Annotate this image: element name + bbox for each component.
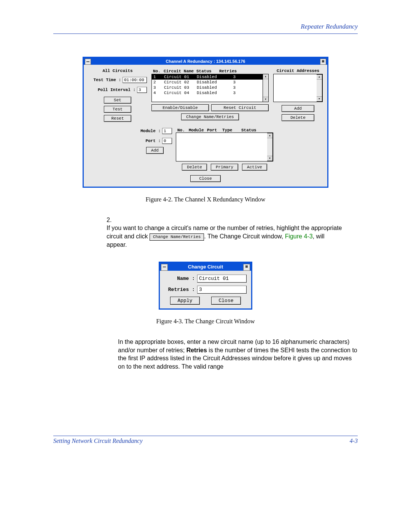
list-item[interactable]: 4 Circuit 04 Disabled 3 — [152, 90, 263, 96]
name-input[interactable]: Circuit 01 — [197, 275, 247, 283]
circuit-addresses-list[interactable]: ▴ ▾ — [273, 74, 323, 102]
delete-address-button[interactable]: Delete — [282, 114, 314, 121]
step-number: 2. — [107, 216, 118, 224]
figure-caption: Figure 4-2. The Channel X Redundancy Win… — [53, 196, 358, 203]
list-item[interactable]: 2 Circuit 02 Disabled 3 — [152, 80, 263, 85]
module-label: Module : — [138, 129, 161, 133]
change-circuit-window: Change Circuit Name : Circuit 01 Retries… — [159, 262, 252, 310]
sysmenu-icon[interactable] — [161, 264, 168, 271]
scroll-down-icon[interactable]: ▾ — [317, 96, 322, 101]
scroll-up-icon[interactable]: ▴ — [317, 75, 322, 80]
retries-label: Retries : — [164, 287, 195, 292]
retries-input[interactable]: 3 — [197, 286, 247, 294]
delete-port-button[interactable]: Delete — [182, 164, 207, 171]
header-rule — [53, 34, 358, 34]
scrollbar[interactable]: ▴ ▾ — [317, 74, 322, 102]
reset-circuit-button[interactable]: Reset Circuit — [211, 104, 269, 111]
footer-page-number: 4-3 — [350, 438, 358, 444]
scrollbar[interactable]: ▴ ▾ — [267, 133, 273, 161]
col-name: Circuit Name — [164, 69, 196, 73]
figure-caption: Figure 4-3. The Change Circuit Window — [53, 318, 358, 325]
add-port-button[interactable]: Add — [146, 147, 164, 154]
close-button[interactable]: Close — [211, 297, 241, 305]
inline-change-button: Change Name/Retries — [150, 233, 204, 241]
col-retries: Retries — [219, 69, 237, 73]
step-text: If you want to change a circuit's name o… — [107, 224, 345, 249]
circuit-list-header: No. Circuit Name Status Retries — [151, 69, 269, 74]
col-no: No. — [153, 69, 164, 73]
window-title: Channel A Redundancy : 134.141.56.176 — [166, 59, 245, 64]
col-status: Status — [196, 69, 219, 73]
port-list-header: No. Module Port Type Status — [176, 128, 273, 133]
scroll-up-icon[interactable]: ▴ — [267, 133, 272, 138]
sysmenu-icon[interactable] — [85, 59, 91, 65]
list-item[interactable]: 3 Circuit 03 Disabled 3 — [152, 85, 263, 90]
window-titlebar: Channel A Redundancy : 134.141.56.176 — [84, 58, 327, 65]
active-button[interactable]: Active — [242, 164, 267, 171]
scrollbar[interactable]: ▴ ▾ — [263, 74, 269, 102]
port-list[interactable]: ▴ ▾ — [176, 133, 273, 161]
module-input[interactable]: 1 — [162, 128, 172, 134]
scroll-up-icon[interactable]: ▴ — [263, 74, 268, 79]
apply-button[interactable]: Apply — [170, 297, 199, 305]
window-title: Change Circuit — [188, 264, 223, 270]
name-label: Name : — [164, 276, 195, 281]
change-name-retries-button[interactable]: Change Name/Retries — [181, 113, 239, 120]
footer-left: Setting Network Circuit Redundancy — [53, 438, 142, 444]
primary-button[interactable]: Primary — [211, 164, 238, 171]
page-header: Repeater Redundancy — [53, 23, 358, 30]
port-input[interactable]: 0 — [162, 138, 172, 144]
window-titlebar: Change Circuit — [160, 263, 251, 271]
test-button[interactable]: Test — [104, 106, 131, 113]
reset-button[interactable]: Reset — [104, 115, 131, 122]
enable-disable-button[interactable]: Enable/Disable — [151, 104, 209, 111]
close-button[interactable]: Close — [190, 175, 220, 182]
circuit-addresses-header: Circuit Addresses — [273, 69, 323, 73]
test-time-input[interactable]: 01:00:00 — [123, 77, 147, 83]
figure-reference[interactable]: Figure 4-3 — [285, 233, 313, 240]
maximize-icon[interactable] — [243, 264, 250, 271]
scroll-down-icon[interactable]: ▾ — [263, 97, 268, 102]
body-paragraph: In the appropriate boxes, enter a new ci… — [118, 338, 358, 371]
all-circuits-label: All Circuits — [88, 69, 147, 73]
add-address-button[interactable]: Add — [282, 105, 314, 112]
redundancy-window: Channel A Redundancy : 134.141.56.176 Al… — [83, 57, 328, 188]
list-item[interactable]: 1 Circuit 01 Disabled 3 — [152, 74, 263, 80]
poll-interval-input[interactable]: 3 — [137, 87, 147, 93]
test-time-label: Test Time : — [88, 78, 121, 82]
maximize-icon[interactable] — [320, 59, 326, 65]
poll-interval-label: Poll Interval : — [88, 88, 135, 92]
set-button[interactable]: Set — [104, 97, 131, 104]
port-label: Port : — [138, 139, 161, 143]
scroll-down-icon[interactable]: ▾ — [267, 156, 272, 161]
circuit-list[interactable]: 1 Circuit 01 Disabled 3 2 Circuit 02 Dis… — [151, 74, 263, 102]
